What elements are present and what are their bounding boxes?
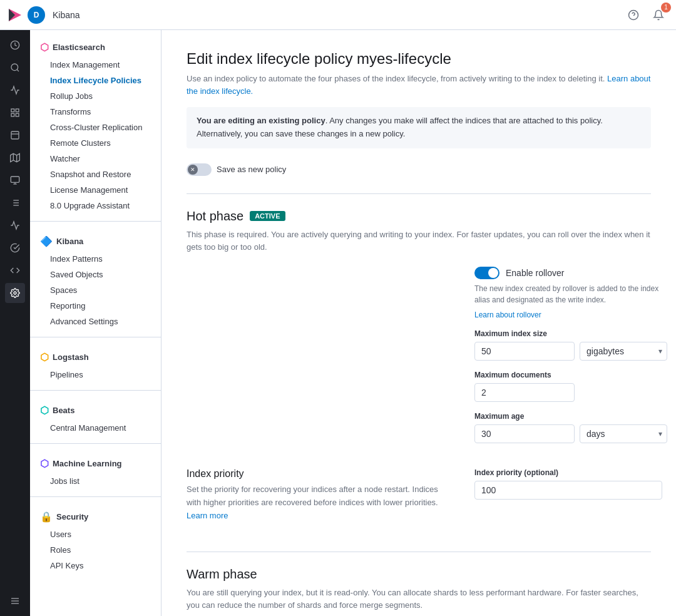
nav-item-index-lifecycle[interactable]: Index Lifecycle Policies: [30, 73, 161, 88]
nav-item-index-patterns[interactable]: Index Patterns: [30, 251, 161, 267]
max-documents-label: Maximum documents: [474, 371, 667, 379]
user-avatar[interactable]: D: [28, 6, 45, 24]
nav-section-kibana-header[interactable]: 🔷 Kibana: [30, 232, 161, 251]
app-title: Kibana: [53, 10, 80, 20]
nav-item-spaces[interactable]: Spaces: [30, 282, 161, 298]
nav-section-logstash-header[interactable]: ⬡ Logstash: [30, 347, 161, 367]
svg-marker-12: [11, 153, 20, 162]
toggle-x-icon: ✕: [188, 165, 198, 175]
sidebar-icon-maps[interactable]: [5, 148, 25, 168]
nav-item-snapshot-restore[interactable]: Snapshot and Restore: [30, 167, 161, 182]
sidebar-icon-canvas[interactable]: [5, 125, 25, 145]
priority-left: Index priority Set the priority for reco…: [187, 468, 449, 531]
index-priority-input[interactable]: [474, 481, 662, 500]
nav-item-api-keys[interactable]: API Keys: [30, 558, 161, 573]
max-index-size-label: Maximum index size: [474, 329, 667, 338]
sidebar-icon-logs[interactable]: [5, 193, 25, 213]
max-age-unit-wrapper: days: [580, 424, 667, 443]
max-index-size-unit-wrapper: gigabytes: [580, 342, 667, 361]
max-age-unit-select[interactable]: days: [580, 424, 667, 443]
learn-more-link[interactable]: Learn more: [187, 511, 228, 520]
page-subtitle: Use an index policy to automate the four…: [187, 73, 651, 97]
index-priority-group: Index priority (optional): [474, 468, 662, 500]
enable-rollover-label: Enable rollover: [506, 268, 564, 278]
max-age-row: days: [474, 424, 667, 443]
nav-item-rollup-jobs[interactable]: Rollup Jobs: [30, 88, 161, 104]
nav-item-jobs-list[interactable]: Jobs list: [30, 473, 161, 489]
svg-point-5: [11, 64, 18, 71]
security-nav-icon: 🔒: [40, 511, 53, 523]
hot-phase-header: Hot phase Active: [187, 209, 651, 223]
rollover-desc: The new index created by rollover is add…: [474, 283, 667, 305]
svg-rect-11: [11, 131, 19, 139]
notifications-wrapper: 1: [648, 5, 668, 25]
topbar: D Kibana 1: [0, 0, 676, 30]
index-priority-section: Index priority Set the priority for reco…: [187, 468, 651, 531]
nav-item-pipelines[interactable]: Pipelines: [30, 367, 161, 382]
svg-line-6: [17, 69, 19, 71]
nav-section-elasticsearch-header[interactable]: ⬡ Elasticsearch: [30, 38, 161, 57]
nav-item-cross-cluster[interactable]: Cross-Cluster Replication: [30, 120, 161, 135]
max-age-group: Maximum age days: [474, 412, 667, 443]
ml-nav-icon: ⬡: [40, 458, 49, 470]
nav-section-security-header[interactable]: 🔒 Security: [30, 507, 161, 526]
nav-item-saved-objects[interactable]: Saved Objects: [30, 267, 161, 282]
sidebar-icon-discover[interactable]: [5, 58, 25, 78]
max-documents-input[interactable]: [474, 383, 575, 402]
index-priority-content: Index priority Set the priority for reco…: [187, 468, 651, 531]
svg-rect-9: [16, 113, 19, 116]
hot-phase-section: Hot phase Active This phase is required.…: [187, 193, 651, 531]
nav-item-upgrade[interactable]: 8.0 Upgrade Assistant: [30, 198, 161, 213]
kibana-nav-icon: 🔷: [40, 235, 53, 247]
nav-item-license[interactable]: License Management: [30, 182, 161, 198]
hot-phase-right: Enable rollover The new index created by…: [474, 267, 667, 453]
warm-phase-title: Warm phase: [187, 567, 651, 582]
nav-item-roles[interactable]: Roles: [30, 542, 161, 558]
sidebar-icon-infrastructure[interactable]: [5, 170, 25, 190]
hot-phase-content: Enable rollover The new index created by…: [187, 267, 651, 453]
nav-item-index-management[interactable]: Index Management: [30, 57, 161, 73]
nav-section-elasticsearch: ⬡ Elasticsearch Index Management Index L…: [30, 30, 161, 218]
nav-item-transforms[interactable]: Transforms: [30, 104, 161, 120]
sidebar-icon-recents[interactable]: [5, 35, 25, 55]
index-priority-label: Index priority (optional): [474, 468, 662, 477]
svg-rect-10: [11, 113, 14, 116]
nav-section-ml: ⬡ Machine Learning Jobs list: [30, 446, 161, 494]
svg-rect-8: [16, 109, 19, 112]
sidebar-icon-management[interactable]: [5, 283, 25, 303]
nav-section-ml-header[interactable]: ⬡ Machine Learning: [30, 454, 161, 473]
sidebar-icon-dashboard[interactable]: [5, 103, 25, 123]
max-index-size-group: Maximum index size gigabytes: [474, 329, 667, 361]
notification-badge: 1: [661, 3, 671, 13]
enable-rollover-toggle[interactable]: [474, 267, 499, 279]
sidebar-icon-collapse[interactable]: [5, 591, 25, 611]
edit-warning: You are editing an existing policy. Any …: [187, 107, 651, 148]
save-as-new-toggle[interactable]: ✕: [187, 163, 212, 176]
beats-nav-icon: ⬡: [40, 404, 49, 416]
nav-section-beats-header[interactable]: ⬡ Beats: [30, 401, 161, 420]
sidebar-icon-visualize[interactable]: [5, 80, 25, 100]
warm-phase-desc: You are still querying your index, but i…: [187, 587, 651, 613]
hot-phase-left: [187, 267, 449, 453]
index-priority-desc: Set the priority for recovering your ind…: [187, 483, 449, 522]
sidebar-icon-devtools[interactable]: [5, 260, 25, 280]
help-icon[interactable]: [623, 5, 643, 25]
nav-item-watcher[interactable]: Watcher: [30, 151, 161, 167]
nav-item-central-management[interactable]: Central Management: [30, 420, 161, 436]
max-index-size-unit-select[interactable]: gigabytes: [580, 342, 667, 361]
sidebar-icon-uptime[interactable]: [5, 238, 25, 258]
nav-section-security: 🔒 Security Users Roles API Keys: [30, 500, 161, 578]
nav-item-remote-clusters[interactable]: Remote Clusters: [30, 135, 161, 151]
max-index-size-row: gigabytes: [474, 342, 667, 361]
sidebar-icon-apm[interactable]: [5, 215, 25, 235]
nav-item-reporting[interactable]: Reporting: [30, 298, 161, 314]
nav-sidebar: ⬡ Elasticsearch Index Management Index L…: [30, 30, 161, 616]
nav-item-advanced-settings[interactable]: Advanced Settings: [30, 314, 161, 329]
hot-phase-badge: Active: [250, 211, 285, 221]
nav-item-users[interactable]: Users: [30, 526, 161, 542]
learn-rollover-link[interactable]: Learn about rollover: [474, 311, 541, 319]
nav-section-beats: ⬡ Beats Central Management: [30, 393, 161, 441]
max-age-input[interactable]: [474, 424, 575, 443]
rollover-toggle-thumb: [488, 268, 498, 278]
max-index-size-input[interactable]: [474, 342, 575, 361]
